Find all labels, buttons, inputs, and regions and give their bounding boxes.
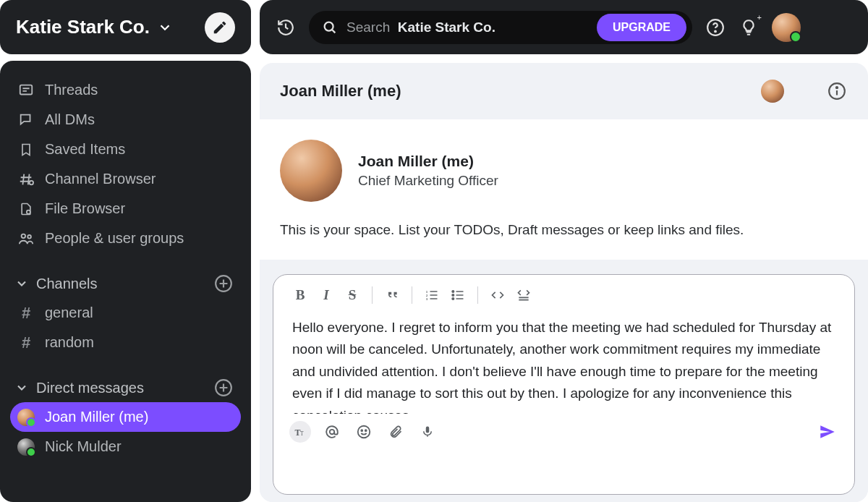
upgrade-label: UPGRADE (613, 21, 671, 34)
lightbulb-icon (739, 18, 758, 37)
hash-icon: # (17, 304, 35, 323)
svg-point-7 (325, 22, 333, 30)
pencil-icon (212, 20, 228, 35)
sidebar-item-label: Saved Items (45, 141, 125, 158)
bullet-list-button[interactable] (447, 285, 469, 305)
avatar (17, 438, 35, 456)
svg-point-17 (452, 298, 454, 300)
sidebar-item-label: Threads (45, 82, 98, 98)
dm-item-nick[interactable]: Nick Mulder (10, 432, 241, 461)
text-format-icon: TT (294, 425, 307, 438)
help-button[interactable] (705, 17, 726, 38)
send-button[interactable] (817, 421, 838, 443)
mention-button[interactable] (321, 421, 343, 443)
svg-point-23 (365, 430, 367, 431)
hash-icon: # (17, 333, 35, 352)
sidebar-item-all-dms[interactable]: All DMs (10, 105, 241, 135)
channel-browser-icon (17, 171, 35, 188)
svg-point-2 (27, 210, 30, 213)
workspace-switcher[interactable]: Katie Stark Co. (0, 0, 251, 54)
separator (372, 286, 373, 304)
formatting-toggle-button[interactable]: TT (289, 421, 311, 443)
search-icon (322, 20, 338, 35)
dms-icon (17, 111, 35, 129)
current-user-avatar[interactable] (772, 13, 801, 42)
strike-button[interactable]: S (341, 285, 363, 305)
svg-point-16 (452, 294, 454, 297)
composer-actions: TT (273, 414, 854, 454)
intro-avatar (280, 140, 342, 202)
compose-button[interactable] (205, 12, 235, 43)
info-icon (827, 82, 846, 101)
message-input[interactable] (273, 312, 854, 414)
svg-point-15 (452, 291, 454, 293)
plus-circle-icon (214, 274, 233, 293)
file-browser-icon (17, 200, 35, 218)
help-icon (706, 18, 725, 37)
topbar: Search Katie Stark Co. UPGRADE (260, 0, 868, 54)
audio-button[interactable] (417, 421, 438, 443)
svg-point-11 (836, 87, 838, 88)
italic-button[interactable]: I (315, 285, 337, 305)
svg-point-20 (330, 430, 334, 434)
member-avatar[interactable] (761, 80, 784, 103)
ordered-list-button[interactable]: 123 (421, 285, 443, 305)
sidebar-item-people[interactable]: People & user groups (10, 224, 241, 253)
emoji-icon (356, 424, 372, 440)
dm-label: Joan Miller (me) (45, 409, 148, 425)
info-button[interactable] (826, 80, 848, 102)
intro-description: This is your space. List your TODOs, Dra… (280, 222, 848, 238)
sidebar-item-file-browser[interactable]: File Browser (10, 194, 241, 224)
emoji-button[interactable] (353, 421, 375, 443)
dm-label: Nick Mulder (45, 438, 122, 455)
history-button[interactable] (276, 17, 296, 38)
channels-section-header[interactable]: Channels (10, 269, 241, 298)
search-placeholder: Search Katie Stark Co. (346, 20, 495, 35)
avatar (17, 409, 35, 426)
channel-item-random[interactable]: # random (10, 328, 241, 357)
conversation-header: Joan Miller (me) (260, 63, 868, 119)
add-dm-button[interactable] (213, 378, 234, 398)
sidebar-item-label: File Browser (45, 200, 125, 217)
code-block-button[interactable] (513, 285, 535, 305)
channels-section-label: Channels (36, 276, 98, 292)
send-icon (818, 422, 837, 441)
channel-label: random (45, 334, 94, 351)
message-composer: B I S 123 TT (273, 274, 855, 495)
attach-button[interactable] (385, 421, 407, 443)
sidebar-item-label: All DMs (45, 111, 95, 128)
sidebar: Threads All DMs Saved Items Channel Brow… (0, 61, 251, 502)
chevron-down-icon (157, 20, 173, 35)
code-button[interactable] (487, 285, 509, 305)
bookmark-icon (17, 141, 35, 158)
quote-icon (385, 288, 399, 302)
bold-button[interactable]: B (289, 285, 311, 305)
svg-point-21 (358, 426, 370, 438)
dm-item-self[interactable]: Joan Miller (me) (10, 402, 241, 432)
main-content: Joan Miller (me) Joan Miller (me) Chief … (260, 63, 868, 502)
separator (477, 286, 478, 304)
code-icon (490, 288, 505, 302)
svg-text:3: 3 (426, 297, 428, 301)
at-icon (324, 424, 340, 440)
whats-new-button[interactable] (739, 17, 759, 38)
ordered-list-icon: 123 (425, 288, 439, 302)
intro-role: Chief Marketing Officer (358, 173, 498, 189)
upgrade-button[interactable]: UPGRADE (597, 14, 686, 41)
sidebar-item-threads[interactable]: Threads (10, 75, 241, 105)
people-icon (17, 230, 35, 247)
conversation-intro: Joan Miller (me) Chief Marketing Officer… (260, 119, 868, 260)
dms-section-header[interactable]: Direct messages (10, 373, 241, 402)
sidebar-item-channel-browser[interactable]: Channel Browser (10, 164, 241, 194)
channel-item-general[interactable]: # general (10, 298, 241, 328)
svg-point-1 (30, 180, 34, 184)
search-input[interactable]: Search Katie Stark Co. UPGRADE (309, 11, 692, 44)
svg-point-4 (27, 234, 31, 238)
chevron-down-icon (14, 276, 29, 291)
channel-label: general (45, 305, 93, 321)
add-channel-button[interactable] (213, 273, 234, 294)
svg-point-9 (715, 30, 716, 32)
quote-button[interactable] (381, 285, 403, 305)
svg-text:T: T (300, 430, 304, 437)
sidebar-item-saved[interactable]: Saved Items (10, 135, 241, 164)
